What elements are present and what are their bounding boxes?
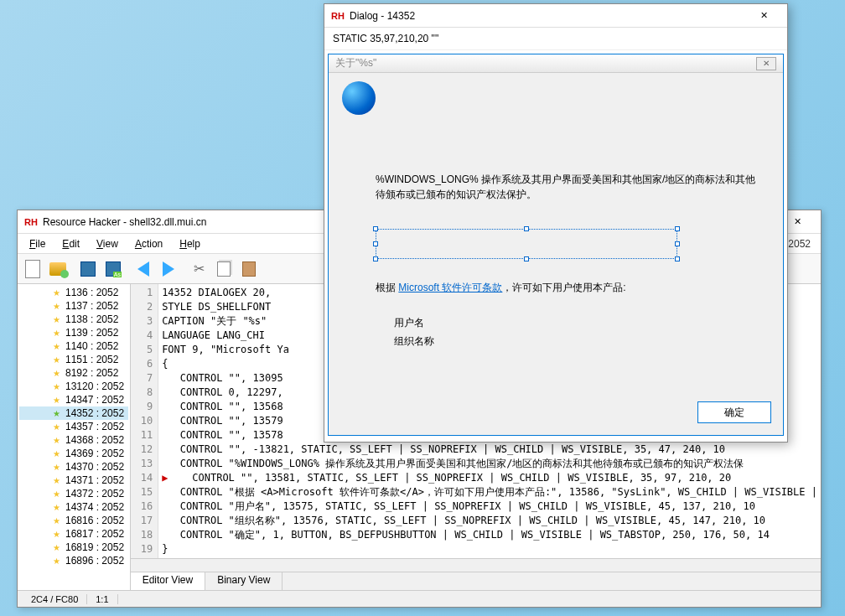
tree-item[interactable]: ★14352 : 2052 <box>19 406 128 420</box>
save-as-button[interactable] <box>101 257 125 281</box>
tree-item[interactable]: ★14368 : 2052 <box>19 433 128 447</box>
back-button[interactable] <box>132 257 155 281</box>
tree-item-label: 8192 : 2052 <box>65 367 118 379</box>
resize-handle[interactable] <box>373 256 378 261</box>
preview-caption-bar: 关于"%s" ✕ <box>329 54 783 73</box>
tree-item-label: 1138 : 2052 <box>65 313 118 325</box>
tree-item[interactable]: ★1140 : 2052 <box>19 339 128 353</box>
license-syslink[interactable]: 根据 Microsoft 软件许可条款，许可如下用户使用本产品: <box>376 281 626 295</box>
tree-item[interactable]: ★1137 : 2052 <box>19 299 128 313</box>
tree-item-label: 1151 : 2052 <box>65 354 118 365</box>
menu-action[interactable]: Action <box>127 236 171 251</box>
tree-item[interactable]: ★16816 : 2052 <box>19 514 128 527</box>
user-name-label[interactable]: 用户名 <box>394 316 424 330</box>
star-icon: ★ <box>53 556 60 566</box>
resize-handle[interactable] <box>373 241 378 246</box>
tree-item[interactable]: ★14374 : 2052 <box>19 500 128 514</box>
star-icon: ★ <box>53 329 60 338</box>
license-link[interactable]: Microsoft 软件许可条款 <box>398 282 502 293</box>
menu-view[interactable]: View <box>88 236 127 251</box>
tree-item[interactable]: ★16896 : 2052 <box>19 554 128 567</box>
status-caret-pos: 1:1 <box>87 594 117 604</box>
menu-help[interactable]: Help <box>171 236 209 251</box>
gutter-line-number: 18 <box>141 528 153 542</box>
code-line[interactable]: CONTROL "组织名称", 13576, STATIC, SS_LEFT |… <box>162 514 817 528</box>
gutter-line-number: 19 <box>141 542 153 556</box>
resize-handle[interactable] <box>524 256 529 261</box>
new-button[interactable] <box>21 257 44 281</box>
code-line[interactable]: CONTROL "%WINDOWS_LONG% 操作系统及其用户界面受美国和其他… <box>162 457 817 471</box>
tree-item[interactable]: ★14370 : 2052 <box>19 460 128 474</box>
tree-item-label: 14374 : 2052 <box>65 501 124 513</box>
gutter-line-number: 14 <box>141 471 153 485</box>
gutter-line-number: 11 <box>141 428 153 443</box>
resize-handle[interactable] <box>524 226 529 231</box>
copy-button[interactable] <box>212 257 236 281</box>
code-line[interactable]: CONTROL "", -13821, STATIC, SS_LEFT | SS… <box>162 443 817 457</box>
tree-item-label: 1136 : 2052 <box>65 287 118 298</box>
star-icon: ★ <box>53 302 60 311</box>
star-icon: ★ <box>53 355 60 365</box>
ok-button[interactable]: 确定 <box>697 401 771 423</box>
tree-item[interactable]: ★16819 : 2052 <box>19 541 128 554</box>
tree-item-label: 1139 : 2052 <box>65 327 118 339</box>
horizontal-scrollbar[interactable] <box>131 558 821 572</box>
menu-edit[interactable]: Edit <box>54 236 88 251</box>
tree-item[interactable]: ★1139 : 2052 <box>19 326 128 339</box>
tab-binary-view[interactable]: Binary View <box>205 572 283 590</box>
gutter-line-number: 5 <box>141 343 153 357</box>
star-icon: ★ <box>53 543 60 552</box>
tree-item[interactable]: ★14347 : 2052 <box>19 393 128 406</box>
trademark-text[interactable]: %WINDOWS_LONG% 操作系统及其用户界面受美国和其他国家/地区的商标法… <box>376 172 761 202</box>
gutter-line-number: 17 <box>141 514 153 528</box>
star-icon: ★ <box>53 463 60 472</box>
cut-button[interactable]: ✂ <box>187 257 210 281</box>
star-icon: ★ <box>53 396 60 405</box>
dialog-title: Dialog - 14352 <box>350 10 747 22</box>
org-name-label[interactable]: 组织名称 <box>394 334 434 349</box>
resize-handle[interactable] <box>373 226 378 231</box>
tree-item[interactable]: ★14371 : 2052 <box>19 474 128 487</box>
tree-item[interactable]: ★1136 : 2052 <box>19 286 128 299</box>
code-line[interactable]: CONTROL "根据 <A>Microsoft 软件许可条款</A>，许可如下… <box>162 485 817 500</box>
tree-item[interactable]: ★1151 : 2052 <box>19 353 128 366</box>
tree-item[interactable]: ★14357 : 2052 <box>19 420 128 433</box>
code-line[interactable]: ▶ CONTROL "", 13581, STATIC, SS_LEFT | S… <box>162 471 817 485</box>
resize-handle[interactable] <box>675 226 680 231</box>
forward-button[interactable] <box>157 257 180 281</box>
resize-handle[interactable] <box>675 241 680 246</box>
close-button[interactable]: ✕ <box>747 6 780 26</box>
star-icon: ★ <box>53 503 60 512</box>
code-line[interactable]: CONTROL "确定", 1, BUTTON, BS_DEFPUSHBUTTO… <box>162 528 817 542</box>
code-line[interactable]: CONTROL "用户名", 13575, STATIC, SS_LEFT | … <box>162 500 817 514</box>
app-icon: RH <box>24 215 38 229</box>
tree-item-label: 14368 : 2052 <box>65 434 124 446</box>
resource-tree[interactable]: ★1136 : 2052★1137 : 2052★1138 : 2052★113… <box>18 284 131 590</box>
dialog-titlebar[interactable]: RH Dialog - 14352 ✕ <box>324 4 787 28</box>
gutter-line-number: 9 <box>141 400 153 414</box>
selected-control[interactable] <box>376 229 677 259</box>
tree-item[interactable]: ★14369 : 2052 <box>19 447 128 460</box>
star-icon: ★ <box>53 516 60 525</box>
preview-caption-text: 关于"%s" <box>335 56 376 70</box>
tree-item[interactable]: ★16817 : 2052 <box>19 527 128 541</box>
resize-handle[interactable] <box>675 256 680 261</box>
tree-item-label: 14370 : 2052 <box>65 461 124 473</box>
status-offset: 2C4 / FC80 <box>23 594 87 604</box>
gutter-line-number: 13 <box>141 457 153 471</box>
star-icon: ★ <box>53 476 60 485</box>
globe-icon[interactable] <box>342 81 376 115</box>
code-line[interactable]: } <box>162 542 817 556</box>
gutter-line-number: 8 <box>141 386 153 400</box>
tab-editor-view[interactable]: Editor View <box>131 572 205 590</box>
save-button[interactable] <box>76 257 100 281</box>
tree-item[interactable]: ★13120 : 2052 <box>19 380 128 393</box>
paste-button[interactable] <box>237 257 261 281</box>
tree-item[interactable]: ★1138 : 2052 <box>19 313 128 326</box>
tree-item[interactable]: ★8192 : 2052 <box>19 366 128 380</box>
open-button[interactable] <box>46 257 70 281</box>
dialog-design-surface[interactable]: 关于"%s" ✕ %WINDOWS_LONG% 操作系统及其用户界面受美国和其他… <box>328 54 784 436</box>
menu-file[interactable]: File <box>21 236 54 251</box>
gutter-line-number: 16 <box>141 500 153 514</box>
tree-item[interactable]: ★14372 : 2052 <box>19 487 128 500</box>
